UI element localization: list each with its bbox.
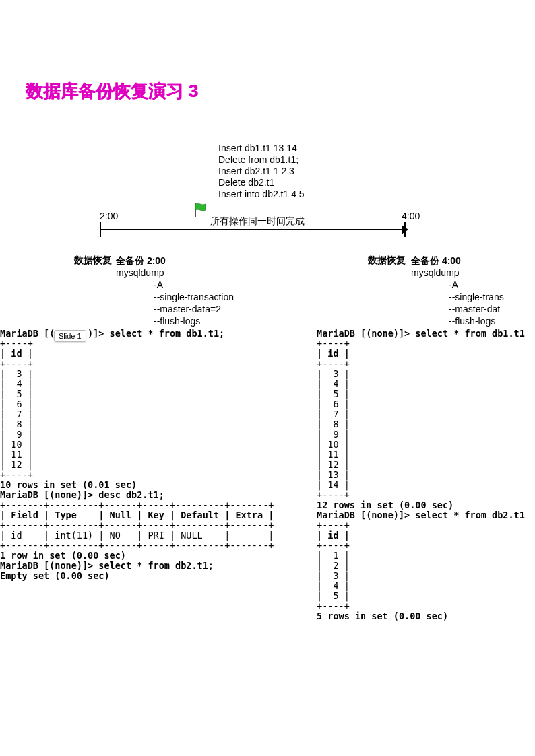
terminal-left: MariaDB [( )]> select * from db1.t1; +--…	[0, 329, 317, 581]
op-line: Delete from db1.t1;	[218, 154, 305, 166]
timeline-diagram: Insert db1.t1 13 14 Delete from db1.t1; …	[0, 135, 535, 330]
tbl-row: | 4 |	[0, 378, 33, 389]
tbl-row: | id | int(11) | NO | PRI | NULL | |	[0, 530, 274, 541]
result-status: Empty set (0.00 sec)	[0, 570, 110, 581]
sql-query: MariaDB [( )]> select * from db1.t1;	[0, 328, 224, 339]
tbl-sep: +----+	[317, 338, 350, 349]
tbl-row: | 1 |	[317, 550, 350, 561]
tbl-row: | 3 |	[317, 368, 350, 379]
tbl-row: | 12 |	[317, 459, 350, 470]
result-status: 12 rows in set (0.00 sec)	[317, 500, 453, 510]
sql-query: MariaDB [(none)]> select * from db2.t1	[317, 510, 525, 520]
tbl-sep: +----+	[0, 358, 33, 369]
tbl-sep: +-------+---------+------+-----+--------…	[0, 520, 274, 530]
tbl-row: | 3 |	[0, 368, 33, 379]
flag-caption: 所有操作同一时间完成	[210, 215, 305, 228]
backup-title: 全备份 2:00	[116, 254, 234, 267]
timeline-end-tick	[404, 222, 406, 237]
tbl-sep: +----+	[317, 600, 350, 611]
backup-opt: --flush-logs	[449, 315, 504, 327]
tbl-sep: +----+	[0, 469, 33, 480]
tbl-row: | 3 |	[317, 570, 350, 581]
tbl-sep: +----+	[0, 338, 33, 349]
op-line: Delete db2.t1	[218, 177, 305, 188]
tbl-row: | 12 |	[0, 459, 33, 470]
page-title: 数据库备份恢复演习 3	[26, 79, 198, 103]
tbl-row: | 5 |	[317, 388, 350, 399]
flag-icon	[193, 202, 208, 222]
sql-query: MariaDB [(none)]> desc db2.t1;	[0, 489, 164, 500]
tbl-row: | 10 |	[317, 439, 350, 450]
tbl-row: | 4 |	[317, 378, 350, 389]
result-status: 5 rows in set (0.00 sec)	[317, 611, 448, 621]
op-line: Insert db2.t1 1 2 3	[218, 166, 305, 177]
time-left: 2:00	[100, 211, 118, 221]
tbl-row: | 7 |	[0, 409, 33, 419]
tbl-row: | 5 |	[317, 590, 350, 601]
backup-opt: --master-data=2	[154, 303, 234, 315]
tbl-hdr: | id |	[317, 348, 350, 359]
tbl-row: | 8 |	[317, 419, 350, 429]
tbl-sep: +----+	[317, 540, 350, 551]
tbl-hdr: | id |	[317, 530, 350, 541]
backup-block-left: 全备份 2:00 mysqldump -A --single-transacti…	[116, 254, 234, 327]
backup-opt: --flush-logs	[154, 315, 234, 327]
tbl-sep: +----+	[317, 489, 350, 500]
backup-opt: --single-transaction	[154, 291, 234, 303]
op-line: Insert db1.t1 13 14	[218, 143, 305, 154]
backup-opt: -A	[449, 279, 504, 291]
tbl-row: | 10 |	[0, 439, 33, 450]
op-line: Insert into db2.t1 4 5	[218, 188, 305, 200]
operations-block: Insert db1.t1 13 14 Delete from db1.t1; …	[218, 143, 305, 200]
tbl-row: | 5 |	[0, 388, 33, 399]
tbl-hdr: | Field | Type | Null | Key | Default | …	[0, 510, 274, 520]
recover-label-left: 数据恢复	[74, 254, 112, 267]
timeline-axis	[100, 229, 404, 230]
backup-cmd: mysqldump	[116, 267, 234, 279]
backup-opt: --master-dat	[449, 303, 504, 315]
tbl-hdr: | id |	[0, 348, 33, 359]
tbl-sep: +-------+---------+------+-----+--------…	[0, 500, 274, 510]
tbl-row: | 11 |	[0, 449, 33, 460]
time-right: 4:00	[402, 211, 420, 221]
tbl-row: | 6 |	[317, 399, 350, 409]
result-status: 1 row in set (0.00 sec)	[0, 550, 126, 561]
tbl-row: | 7 |	[317, 409, 350, 419]
tbl-row: | 14 |	[317, 479, 350, 490]
tbl-row: | 11 |	[317, 449, 350, 460]
backup-opt: --single-trans	[449, 291, 504, 303]
terminal-right: MariaDB [(none)]> select * from db1.t1 +…	[317, 329, 535, 621]
recover-label-right: 数据恢复	[368, 254, 406, 267]
tbl-row: | 2 |	[317, 560, 350, 571]
backup-block-right: 全备份 4:00 mysqldump -A --single-trans --m…	[411, 254, 504, 327]
sql-query: MariaDB [(none)]> select * from db2.t1;	[0, 560, 214, 571]
tbl-sep: +-------+---------+------+-----+--------…	[0, 540, 274, 551]
backup-opt: -A	[154, 279, 234, 291]
result-status: 10 rows in set (0.01 sec)	[0, 479, 137, 490]
backup-title: 全备份 4:00	[411, 254, 504, 267]
tbl-sep: +----+	[317, 520, 350, 530]
tbl-row: | 9 |	[317, 429, 350, 440]
tbl-row: | 6 |	[0, 399, 33, 409]
backup-cmd: mysqldump	[411, 267, 504, 279]
tbl-row: | 8 |	[0, 419, 33, 429]
tbl-row: | 9 |	[0, 429, 33, 440]
sql-query: MariaDB [(none)]> select * from db1.t1	[317, 328, 525, 339]
tbl-sep: +----+	[317, 358, 350, 369]
tbl-row: | 4 |	[317, 580, 350, 591]
tbl-row: | 13 |	[317, 469, 350, 480]
